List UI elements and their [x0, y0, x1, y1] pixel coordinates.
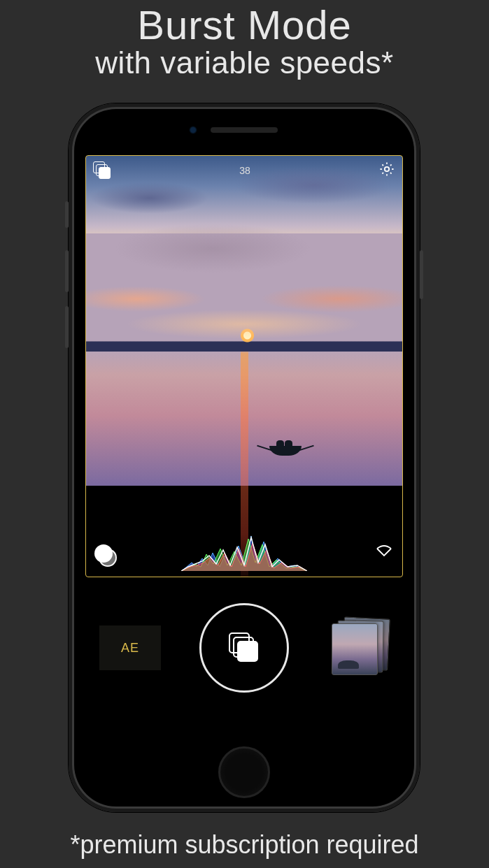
ae-lock-button[interactable]: AE: [99, 625, 161, 670]
promo-subtitle: with variable speeds*: [0, 45, 489, 80]
mute-switch: [65, 201, 69, 228]
scene-boat: [269, 446, 302, 456]
burst-mode-icon[interactable]: [93, 161, 111, 180]
shutter-burst-icon: [229, 632, 260, 663]
sky-clouds: [86, 156, 402, 577]
vignette-icon[interactable]: [374, 542, 394, 571]
svg-point-0: [385, 167, 389, 171]
phone-frame: 38 AE: [69, 103, 420, 812]
promo-title: Burst Mode: [0, 4, 489, 47]
camera-controls-bar: AE: [85, 600, 403, 696]
histogram-icon[interactable]: [181, 532, 307, 571]
promo-footnote: *premium subscription required: [0, 830, 489, 860]
volume-down-button: [65, 306, 69, 348]
power-button: [420, 250, 423, 299]
home-button[interactable]: [218, 746, 270, 798]
gallery-thumbnail-button[interactable]: [327, 618, 389, 678]
camera-viewfinder[interactable]: 38: [85, 155, 403, 577]
burst-counter: 38: [239, 165, 250, 176]
filters-icon[interactable]: [94, 544, 114, 564]
settings-gear-icon[interactable]: [378, 161, 395, 180]
phone-screen: 38 AE: [85, 155, 403, 718]
volume-up-button: [65, 250, 69, 292]
shutter-button[interactable]: [199, 603, 289, 693]
